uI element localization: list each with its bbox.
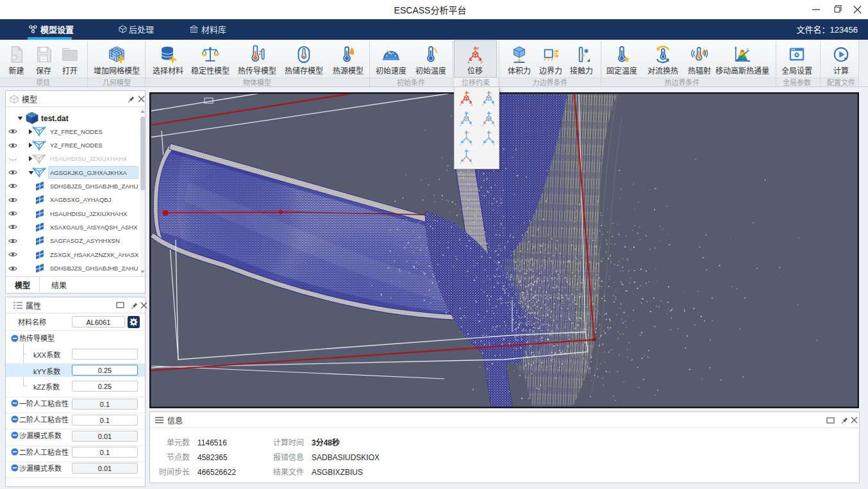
- svg-text:y: y: [471, 124, 473, 126]
- svg-text:y: y: [494, 124, 496, 126]
- svg-text:z: z: [468, 131, 469, 134]
- svg-text:z: z: [468, 91, 469, 94]
- svg-text:y: y: [471, 162, 473, 164]
- svg-text:y: y: [747, 47, 749, 51]
- svg-text:y: y: [494, 143, 496, 145]
- svg-text:y: y: [480, 60, 482, 63]
- svg-text:z: z: [468, 112, 469, 115]
- svg-text:z: z: [490, 131, 492, 134]
- svg-text:y: y: [471, 103, 473, 106]
- svg-text:z: z: [477, 46, 479, 50]
- svg-text:y: y: [494, 103, 496, 106]
- svg-text:z: z: [468, 149, 469, 153]
- svg-text:y: y: [471, 143, 473, 145]
- svg-text:z: z: [490, 91, 492, 94]
- svg-text:z: z: [490, 112, 492, 115]
- svg-text:x: x: [467, 60, 469, 63]
